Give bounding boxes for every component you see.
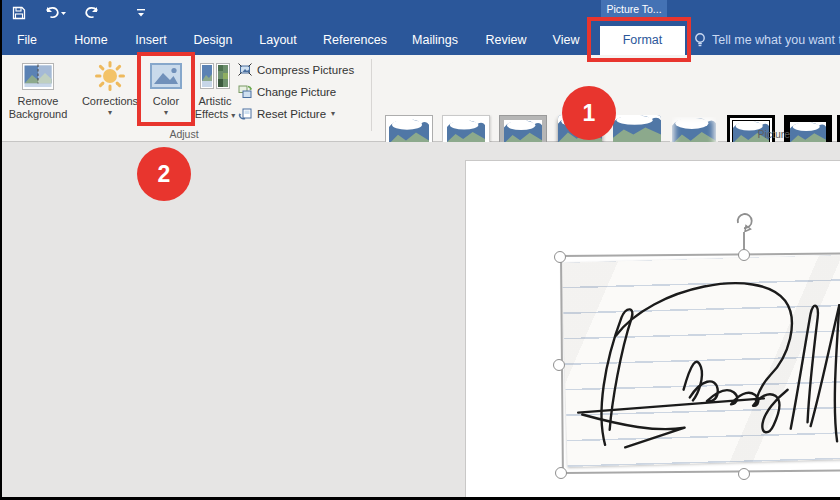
reset-picture-button[interactable]: Reset Picture ▾ [238,105,335,122]
artistic-effects-button[interactable]: Artistic Effects ▾ [190,58,240,138]
reset-picture-icon [238,107,252,120]
resize-handle-bottom-middle[interactable] [738,468,750,480]
artistic-effects-dropdown-arrow: ▾ [231,111,235,120]
tell-me-box[interactable]: Tell me what you want to [694,25,840,55]
adjust-group-label: Adjust [169,128,198,140]
remove-background-icon [2,60,74,92]
document-canvas [0,142,840,500]
remove-background-label-line2: Background [2,108,74,121]
step-marker-2: 2 [137,147,191,201]
corrections-button[interactable]: Corrections ▾ [79,58,141,138]
ribbon-tab-row: File Home Insert Design Layout Reference… [0,25,840,55]
highlight-box-format-tab [587,17,691,62]
change-picture-button[interactable]: Change Picture [238,83,336,100]
tab-mailings[interactable]: Mailings [412,25,458,55]
reset-picture-label: Reset Picture [257,108,326,120]
customize-quick-access-icon[interactable] [134,2,148,23]
tab-review[interactable]: Review [486,25,527,55]
tab-layout[interactable]: Layout [259,25,297,55]
tab-home[interactable]: Home [74,25,107,55]
tab-insert[interactable]: Insert [135,25,166,55]
compress-pictures-label: Compress Pictures [257,64,354,76]
highlight-box-color-button [137,52,195,126]
save-icon[interactable] [10,2,28,23]
resize-handle-bottom-left[interactable] [555,467,567,479]
artistic-effects-icon [190,60,240,92]
tell-me-label: Tell me what you want to [712,33,840,47]
corrections-sun-icon [79,60,141,92]
reset-picture-dropdown-arrow: ▾ [331,109,335,119]
step-1-number: 1 [583,100,596,127]
lightbulb-icon [694,32,706,48]
title-bar: Picture To... [0,0,840,25]
undo-icon[interactable] [42,2,68,23]
resize-handle-top-middle[interactable] [738,249,750,261]
resize-handle-left-middle[interactable] [553,359,565,371]
compress-pictures-icon [238,63,252,76]
change-picture-icon [238,85,252,98]
tab-design[interactable]: Design [194,25,233,55]
window-left-edge [0,0,2,500]
rotation-handle-icon[interactable] [733,210,755,236]
resize-handle-top-left[interactable] [554,251,566,263]
selection-border [560,252,840,474]
ribbon: Remove Background Corrections ▾ [0,55,840,142]
artistic-effects-label-line2: Effects [195,108,228,120]
group-separator [371,59,372,131]
compress-pictures-button[interactable]: Compress Pictures [238,61,354,78]
redo-icon[interactable] [82,2,102,23]
artistic-effects-label-line1: Artistic [190,95,240,108]
step-marker-1: 1 [562,86,616,140]
change-picture-label: Change Picture [257,86,336,98]
remove-background-button[interactable]: Remove Background [2,58,74,138]
remove-background-label-line1: Remove [2,95,74,108]
tab-references[interactable]: References [323,25,387,55]
quick-access-toolbar [10,2,148,23]
corrections-label: Corrections [79,95,141,108]
corrections-dropdown-arrow: ▾ [79,108,141,118]
step-2-number: 2 [158,161,171,188]
tab-file[interactable]: File [17,25,37,55]
tab-view[interactable]: View [553,25,580,55]
